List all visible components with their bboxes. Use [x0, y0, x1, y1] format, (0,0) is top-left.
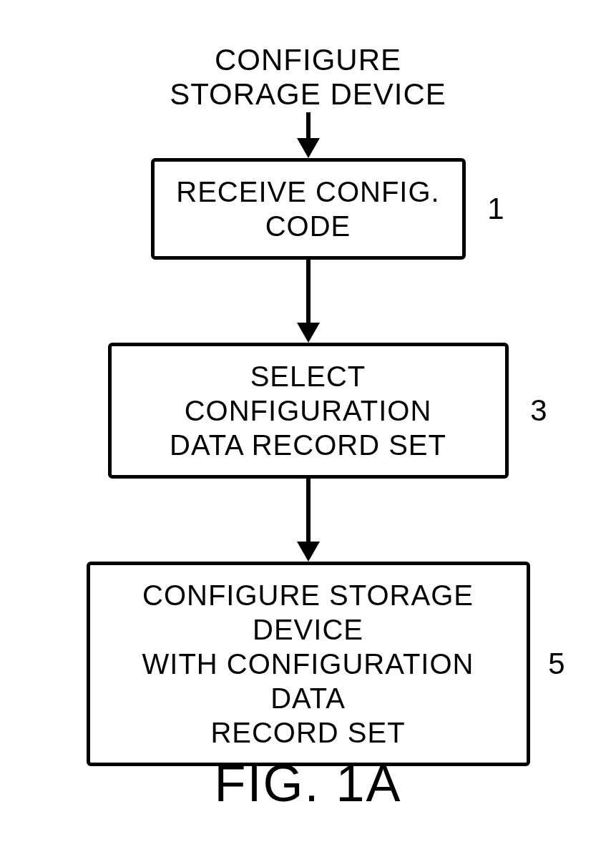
arrow-0: [297, 112, 320, 158]
flowchart-title: CONFIGURE STORAGE DEVICE: [170, 43, 446, 112]
arrow-2: [297, 479, 320, 562]
step-box-2: SELECT CONFIGURATION DATA RECORD SET 3: [108, 343, 509, 479]
step-2-line-1: SELECT CONFIGURATION: [185, 361, 432, 426]
title-line-1: CONFIGURE: [215, 43, 401, 77]
step-2-label: 3: [530, 392, 547, 428]
step-1-line-2: CODE: [265, 210, 351, 242]
step-1-line-1: RECEIVE CONFIG.: [176, 176, 439, 207]
step-2-line-2: DATA RECORD SET: [170, 429, 446, 461]
title-line-2: STORAGE DEVICE: [170, 77, 446, 111]
step-3-label: 5: [548, 645, 565, 681]
step-box-3: CONFIGURE STORAGE DEVICE WITH CONFIGURAT…: [87, 562, 530, 766]
figure-label: FIG. 1A: [214, 754, 401, 813]
flowchart-container: CONFIGURE STORAGE DEVICE RECEIVE CONFIG.…: [87, 43, 530, 766]
step-box-1: RECEIVE CONFIG. CODE 1: [151, 158, 466, 260]
arrow-1: [297, 260, 320, 343]
step-3-line-3: RECORD SET: [210, 717, 405, 748]
step-3-line-1: CONFIGURE STORAGE DEVICE: [142, 579, 474, 645]
step-1-label: 1: [487, 190, 504, 226]
step-3-line-2: WITH CONFIGURATION DATA: [142, 648, 474, 714]
